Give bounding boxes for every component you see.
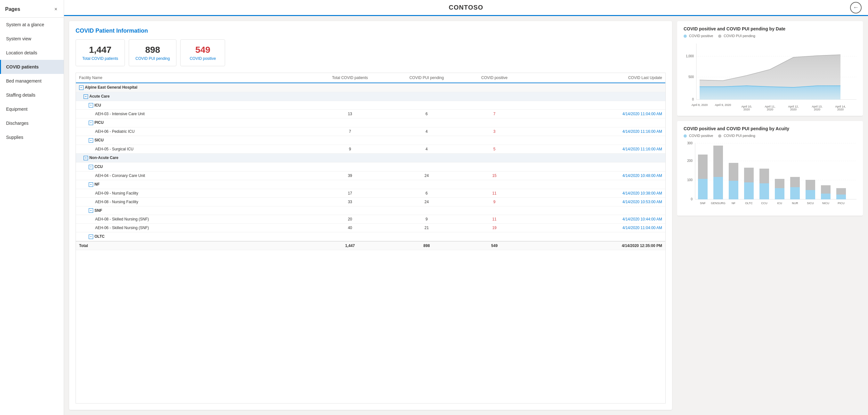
svg-rect-37 (744, 168, 754, 182)
svg-rect-34 (729, 163, 738, 181)
expand-icon[interactable]: − (89, 138, 93, 143)
table-row: AEH-06 - Pediatric ICU 7 4 3 4/14/2020 1… (76, 127, 665, 136)
positive-count: 11 (465, 189, 524, 197)
expand-icon[interactable]: − (79, 86, 84, 90)
positive-count: 9 (465, 197, 524, 206)
facility-name: AEH-08 - Nursing Facility (76, 197, 312, 206)
table-row: AEH-08 - Skilled Nursing (SNF) 20 9 11 4… (76, 215, 665, 224)
svg-rect-40 (760, 169, 769, 183)
snf-positive-bar (698, 179, 708, 199)
bar-legend-positive-label: COVID positive (689, 134, 713, 137)
total-covid: 17 (312, 189, 388, 197)
sidebar-header: Pages × (0, 0, 64, 18)
sidebar-item-equipment[interactable]: Equipment (0, 102, 64, 116)
expand-icon[interactable]: − (89, 208, 93, 213)
last-update: 4/14/2020 11:16:00 AM (524, 127, 665, 136)
positive-sum: 549 (465, 241, 524, 250)
unit-name: −SNF (76, 206, 665, 215)
expand-icon[interactable]: − (89, 121, 93, 125)
expand-icon[interactable]: − (89, 165, 93, 169)
pui-count: 9 (389, 215, 465, 224)
table-row: −SNF (76, 206, 665, 215)
summary-number-1: 898 (135, 45, 170, 55)
last-update: 4/14/2020 10:53:00 AM (524, 197, 665, 206)
facility-name: AEH-04 - Coronary Care Unit (76, 171, 312, 180)
area-chart: 0 500 1,000 (684, 40, 857, 111)
bar-chart-legend: COVID positive COVID PUI pending (684, 134, 857, 137)
sidebar: Pages × System at a glanceSystem viewLoc… (0, 0, 64, 415)
positive-count: 3 (465, 127, 524, 136)
expand-icon[interactable]: − (84, 94, 88, 99)
svg-text:300: 300 (687, 141, 692, 145)
svg-rect-32 (713, 177, 723, 199)
total-covid: 40 (312, 224, 388, 232)
bar-chart: 0 100 200 300 SNF GENSURG (684, 140, 857, 211)
sidebar-close-button[interactable]: × (53, 6, 59, 13)
bar-legend-positive: COVID positive (684, 134, 713, 137)
positive-count: 15 (465, 171, 524, 180)
total-covid-sum: 1,447 (312, 241, 388, 250)
table-row: AEH-04 - Coronary Care Unit 39 24 15 4/1… (76, 171, 665, 180)
svg-text:April 9, 2020: April 9, 2020 (715, 103, 731, 106)
care-name: −Acute Care (76, 92, 665, 101)
back-button[interactable]: ← (850, 2, 862, 13)
hospital-name: −Alpine East General Hospital (76, 83, 665, 92)
expand-icon[interactable]: − (89, 182, 93, 187)
facility-name: AEH-08 - Skilled Nursing (SNF) (76, 215, 312, 224)
expand-icon[interactable]: − (84, 156, 88, 160)
svg-rect-38 (744, 182, 754, 199)
svg-rect-49 (806, 180, 815, 190)
pui-count: 4 (389, 145, 465, 154)
total-covid: 39 (312, 171, 388, 180)
table-row: −SICU (76, 136, 665, 145)
unit-name: −CCU (76, 162, 665, 171)
pui-count: 4 (389, 127, 465, 136)
summary-card-2: 549COVID positive (180, 39, 225, 66)
total-covid: 9 (312, 145, 388, 154)
summary-card-1: 898COVID PUI pending (129, 39, 177, 66)
svg-marker-8 (700, 86, 840, 99)
last-update: 4/14/2020 11:16:00 AM (524, 145, 665, 154)
sidebar-item-staffing-details[interactable]: Staffing details (0, 88, 64, 102)
pui-sum: 898 (389, 241, 465, 250)
sidebar-item-bed-management[interactable]: Bed management (0, 74, 64, 88)
area-chart-svg: 0 500 1,000 (684, 40, 857, 111)
pui-count: 21 (389, 224, 465, 232)
last-update: 4/14/2020 10:44:00 AM (524, 215, 665, 224)
svg-text:April 8, 2020: April 8, 2020 (691, 103, 708, 106)
total-covid: 13 (312, 110, 388, 118)
svg-text:NICU: NICU (822, 201, 829, 205)
legend-positive: COVID positive (684, 34, 713, 38)
svg-rect-41 (760, 183, 769, 199)
data-table-container[interactable]: Facility Name Total COVID patients COVID… (75, 73, 665, 404)
col-facility: Facility Name (76, 73, 312, 83)
svg-text:100: 100 (687, 178, 692, 182)
sidebar-item-system-glance[interactable]: System at a glance (0, 18, 64, 32)
svg-rect-43 (775, 179, 784, 188)
unit-name: −ICU (76, 101, 665, 110)
svg-text:OLTC: OLTC (745, 201, 753, 205)
care-name: −Non-Acute Care (76, 154, 665, 163)
sidebar-item-covid-patients[interactable]: COVID patients (0, 60, 64, 74)
unit-name: −NF (76, 180, 665, 189)
sidebar-item-location-details[interactable]: Location details (0, 46, 64, 60)
svg-text:ICU: ICU (777, 201, 782, 205)
table-row: −ICU (76, 101, 665, 110)
legend-positive-label: COVID positive (689, 34, 713, 38)
covid-table: Facility Name Total COVID patients COVID… (76, 73, 665, 250)
table-header: Facility Name Total COVID patients COVID… (76, 73, 665, 83)
svg-rect-46 (790, 177, 800, 187)
summary-cards: 1,447Total COVID patients898COVID PUI pe… (75, 39, 665, 66)
sidebar-item-system-view[interactable]: System view (0, 32, 64, 46)
svg-text:2020: 2020 (814, 108, 820, 111)
summary-label-2: COVID positive (187, 56, 218, 61)
expand-icon[interactable]: − (89, 234, 93, 239)
svg-text:2020: 2020 (790, 108, 797, 111)
expand-icon[interactable]: − (89, 103, 93, 107)
sidebar-item-discharges[interactable]: Discharges (0, 116, 64, 130)
svg-text:GENSURG: GENSURG (711, 201, 725, 205)
table-body: −Alpine East General Hospital −Acute Car… (76, 83, 665, 250)
svg-rect-50 (806, 190, 815, 199)
sidebar-item-supplies[interactable]: Supplies (0, 130, 64, 144)
svg-rect-52 (821, 185, 831, 194)
